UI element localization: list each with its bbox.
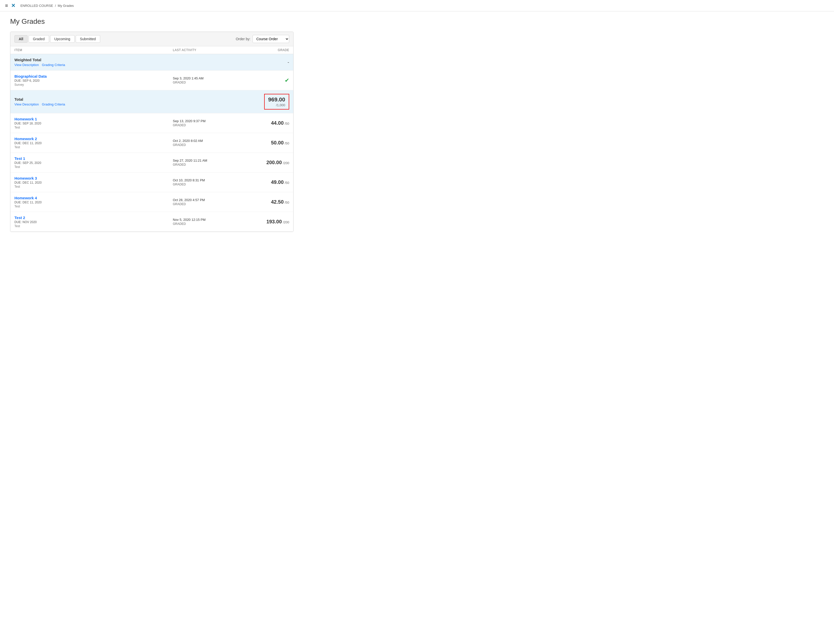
page-title: My Grades — [10, 18, 294, 26]
test-2-activity: Nov 5, 2020 12:15 PM GRADED — [173, 218, 239, 226]
total-grade: 969.00 /1,000 — [239, 94, 289, 110]
total-title: Total — [15, 97, 173, 102]
homework-4-type: Test — [15, 205, 173, 208]
hamburger-icon[interactable]: ≡ — [5, 3, 8, 9]
homework-1-activity-date: Sep 13, 2020 9:37 PM — [173, 119, 239, 123]
homework-2-item: Homework 2 DUE: DEC 11, 2020 Test — [15, 137, 173, 149]
test-2-due: DUE: NOV 2020 — [15, 220, 173, 224]
total-score-box: 969.00 /1,000 — [264, 94, 289, 110]
check-icon: ✔ — [284, 77, 289, 84]
homework-3-max: /50 — [284, 181, 289, 185]
homework-2-activity-status: GRADED — [173, 143, 239, 147]
test-1-type: Test — [15, 165, 173, 169]
table-headers: ITEM LAST ACTIVITY GRADE — [10, 46, 293, 54]
biographical-data-grade: ✔ — [239, 77, 289, 84]
biographical-data-type: Survey — [15, 83, 173, 87]
test-1-item: Test 1 DUE: SEP 25, 2020 Test — [15, 156, 173, 169]
homework-2-activity-date: Oct 2, 2020 8:02 AM — [173, 139, 239, 143]
test-1-max: /200 — [283, 161, 289, 165]
header-icons: ≡ ✕ — [5, 3, 15, 9]
biographical-data-activity-status: GRADED — [173, 81, 239, 84]
weighted-total-view-desc[interactable]: View Description — [15, 63, 39, 67]
homework-2-title[interactable]: Homework 2 — [15, 137, 173, 141]
total-view-desc[interactable]: View Description — [15, 102, 39, 106]
breadcrumb: My Grades — [58, 4, 74, 8]
test-2-activity-status: GRADED — [173, 222, 239, 226]
test-2-row: Test 2 DUE: NOV 2020 Test Nov 5, 2020 12… — [10, 212, 293, 232]
homework-3-activity-status: GRADED — [173, 182, 239, 186]
homework-3-activity: Oct 10, 2020 8:31 PM GRADED — [173, 178, 239, 186]
homework-1-type: Test — [15, 126, 173, 129]
filter-all-button[interactable]: All — [15, 35, 27, 43]
test-1-grade: 200.00 /200 — [239, 160, 289, 165]
filter-graded-button[interactable]: Graded — [29, 35, 49, 43]
close-icon[interactable]: ✕ — [11, 3, 15, 9]
col-grade-header: GRADE — [239, 48, 289, 52]
grades-container: All Graded Upcoming Submitted Order by: … — [10, 32, 294, 232]
order-by-section: Order by: Course Order Due Date Grade — [236, 35, 289, 43]
test-1-due: DUE: SEP 25, 2020 — [15, 161, 173, 165]
homework-4-item: Homework 4 DUE: DEC 11, 2020 Test — [15, 196, 173, 208]
biographical-data-item: Biographical Data DUE: SEP 6, 2020 Surve… — [15, 74, 173, 87]
homework-2-activity: Oct 2, 2020 8:02 AM GRADED — [173, 139, 239, 147]
course-label: ENROLLED COURSE — [21, 4, 53, 8]
homework-1-title[interactable]: Homework 1 — [15, 117, 173, 121]
homework-3-type: Test — [15, 185, 173, 189]
total-row: Total View Description Grading Criteria … — [10, 90, 293, 113]
homework-2-row: Homework 2 DUE: DEC 11, 2020 Test Oct 2,… — [10, 133, 293, 153]
homework-4-activity: Oct 28, 2020 4:57 PM GRADED — [173, 198, 239, 206]
total-grading-criteria[interactable]: Grading Criteria — [42, 102, 65, 106]
col-item-header: ITEM — [15, 48, 173, 52]
homework-4-row: Homework 4 DUE: DEC 11, 2020 Test Oct 28… — [10, 192, 293, 212]
homework-1-grade: 44.00 /50 — [239, 120, 289, 126]
homework-1-activity-status: GRADED — [173, 123, 239, 127]
homework-1-item: Homework 1 DUE: SEP 18, 2020 Test — [15, 117, 173, 129]
homework-4-activity-status: GRADED — [173, 202, 239, 206]
test-1-title[interactable]: Test 1 — [15, 156, 173, 161]
order-by-select[interactable]: Course Order Due Date Grade — [252, 35, 289, 43]
biographical-data-row: Biographical Data DUE: SEP 6, 2020 Surve… — [10, 71, 293, 90]
weighted-total-item: Weighted Total View Description Grading … — [15, 58, 173, 67]
filter-upcoming-button[interactable]: Upcoming — [50, 35, 74, 43]
test-2-item: Test 2 DUE: NOV 2020 Test — [15, 216, 173, 228]
test-2-activity-date: Nov 5, 2020 12:15 PM — [173, 218, 239, 221]
homework-2-type: Test — [15, 145, 173, 149]
test-2-grade: 193.00 /200 — [239, 219, 289, 224]
homework-2-max: /50 — [284, 141, 289, 145]
homework-1-due: DUE: SEP 18, 2020 — [15, 122, 173, 125]
total-score-max: /1,000 — [276, 103, 285, 107]
test-1-activity-status: GRADED — [173, 163, 239, 166]
biographical-data-due: DUE: SEP 6, 2020 — [15, 79, 173, 82]
weighted-total-grading-criteria[interactable]: Grading Criteria — [42, 63, 65, 67]
homework-2-grade: 50.00 /50 — [239, 140, 289, 146]
filter-submitted-button[interactable]: Submitted — [76, 35, 100, 43]
homework-2-due: DUE: DEC 11, 2020 — [15, 141, 173, 145]
homework-4-max: /50 — [284, 200, 289, 204]
test-1-activity-date: Sep 27, 2020 11:21 AM — [173, 158, 239, 162]
order-by-label: Order by: — [236, 37, 251, 41]
weighted-total-links: View Description Grading Criteria — [15, 63, 173, 67]
header: ≡ ✕ ENROLLED COURSE / My Grades — [0, 0, 834, 11]
homework-3-due: DUE: DEC 11, 2020 — [15, 181, 173, 184]
total-links: View Description Grading Criteria — [15, 102, 173, 106]
test-2-type: Test — [15, 224, 173, 228]
homework-3-item: Homework 3 DUE: DEC 11, 2020 Test — [15, 176, 173, 189]
homework-4-score: 42.50 — [271, 199, 284, 205]
homework-3-activity-date: Oct 10, 2020 8:31 PM — [173, 178, 239, 182]
homework-3-score: 49.00 — [271, 179, 284, 185]
weighted-total-title: Weighted Total — [15, 58, 173, 62]
homework-1-score: 44.00 — [271, 120, 284, 126]
homework-4-grade: 42.50 /50 — [239, 199, 289, 205]
biographical-data-activity: Sep 3, 2020 1:45 AM GRADED — [173, 76, 239, 84]
homework-3-title[interactable]: Homework 3 — [15, 176, 173, 180]
page-content: My Grades All Graded Upcoming Submitted … — [0, 11, 304, 238]
test-2-title[interactable]: Test 2 — [15, 216, 173, 220]
test-1-activity: Sep 27, 2020 11:21 AM GRADED — [173, 158, 239, 166]
weighted-total-grade: - — [239, 60, 289, 65]
homework-3-row: Homework 3 DUE: DEC 11, 2020 Test Oct 10… — [10, 173, 293, 192]
biographical-data-activity-date: Sep 3, 2020 1:45 AM — [173, 76, 239, 80]
test-2-score: 193.00 — [267, 219, 282, 224]
homework-4-title[interactable]: Homework 4 — [15, 196, 173, 200]
biographical-data-title[interactable]: Biographical Data — [15, 74, 173, 78]
test-1-score: 200.00 — [267, 160, 282, 165]
